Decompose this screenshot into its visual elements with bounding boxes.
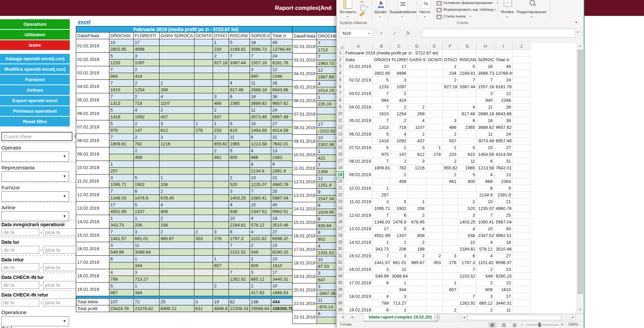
drag-handle-icon[interactable]: ⋮ [374, 28, 378, 33]
sheet-cell[interactable]: 6 [458, 117, 477, 124]
row-header-19[interactable]: 19 [337, 171, 344, 178]
column-header-G[interactable]: G [458, 43, 477, 50]
sheet-cell[interactable]: 21 [494, 198, 513, 205]
sheet-cell[interactable]: 1235.07 [477, 205, 494, 212]
sheet-cell[interactable]: 1 [443, 144, 458, 151]
select-all-corner[interactable] [337, 43, 344, 50]
sheet-cell[interactable] [344, 138, 373, 144]
select-reprezentanta[interactable]: ▼ [1, 171, 69, 182]
row-header-37[interactable]: 37 [337, 293, 344, 300]
sheet-cell[interactable] [344, 124, 373, 131]
sheet-cell[interactable]: 2 [477, 280, 494, 286]
sheet-cell[interactable] [513, 280, 530, 286]
sheet-cell[interactable]: 2347.52 [477, 232, 494, 239]
sheet-cell[interactable] [458, 97, 477, 104]
sheet-cell[interactable] [443, 293, 458, 300]
sheet-cell[interactable]: 2 [426, 253, 443, 259]
sheet-cell[interactable] [513, 84, 530, 90]
sheet-cell[interactable] [513, 286, 530, 293]
sheet-cell[interactable]: 3 [373, 266, 390, 273]
sheet-cell[interactable]: 2 [390, 117, 408, 124]
sheet-cell[interactable]: 549 [477, 273, 494, 280]
vertical-scroll-thumb[interactable] [578, 50, 583, 294]
sheet-cell[interactable]: 4960.78 [494, 205, 513, 212]
alignment-group-button[interactable]: Выравнивание ▾ [390, 0, 415, 20]
sheet-cell[interactable]: 424 [390, 97, 408, 104]
number-group-button[interactable]: % Число ▾ [418, 0, 433, 20]
sidebar-button-utilizatori[interactable]: Utilizatori [0, 30, 70, 40]
sheet-cell[interactable]: 16.02.2019 [344, 266, 373, 273]
sheet-cell[interactable]: 718 [390, 124, 408, 131]
sheet-cell[interactable]: 6290.15 [494, 273, 513, 280]
sheet-cell[interactable]: 3 [390, 77, 408, 84]
sheet-cell[interactable]: 1454.59 [477, 151, 494, 158]
sheet-cell[interactable]: 3566.73 [477, 70, 494, 77]
sheet-cell[interactable] [408, 77, 426, 84]
row-header-24[interactable]: 24 [337, 205, 344, 212]
sheet-cell[interactable]: 1107 [408, 124, 426, 131]
sheet-cell[interactable]: 38 [494, 117, 513, 124]
sheet-cell[interactable]: 17 [390, 63, 408, 70]
prev-sheet-icon[interactable]: ◀ [341, 315, 344, 319]
sheet-cell[interactable] [344, 246, 373, 253]
sheet-cell[interactable]: 206 [390, 246, 408, 253]
column-header-I[interactable]: I [494, 43, 513, 50]
sheet-cell[interactable]: 11 [494, 307, 513, 313]
column-header-C[interactable]: C [390, 43, 408, 50]
sheet-cell[interactable]: 2 [390, 104, 408, 111]
sheet-cell[interactable]: 05.02.2019 [344, 117, 373, 124]
row-header-15[interactable]: 15 [337, 144, 344, 151]
sheet-cell[interactable]: 343.73 [373, 246, 390, 253]
sheet-cell[interactable] [373, 171, 390, 178]
sheet-cell[interactable]: 198 [408, 246, 426, 253]
row-header-10[interactable]: 10 [337, 111, 344, 117]
sheet-cell[interactable]: DROCHIA [373, 56, 390, 63]
sheet-cell[interactable]: 3 [477, 90, 494, 97]
sheet-cell[interactable]: 2 [390, 144, 408, 151]
sheet-cell[interactable]: Total zi [494, 56, 513, 63]
sheet-cell[interactable] [344, 273, 373, 280]
sheet-cell[interactable] [513, 178, 530, 185]
sheet-cell[interactable] [513, 219, 530, 226]
sheet-cell[interactable] [443, 90, 458, 97]
sheet-cell[interactable] [408, 171, 426, 178]
sheet-cell[interactable]: 18.02.2019 [344, 293, 373, 300]
sheet-cell[interactable]: 02.02.2019 [344, 77, 373, 84]
sheet-cell[interactable] [426, 111, 443, 117]
row-header-13[interactable]: 13 [337, 131, 344, 138]
sheet-cell[interactable] [458, 138, 477, 144]
row-header-39[interactable]: 39 [337, 307, 344, 313]
scroll-left-icon[interactable]: ◀ [461, 315, 467, 320]
format-painter-icon[interactable] [360, 11, 365, 17]
select-furnizor[interactable]: ▼ [1, 191, 69, 202]
sheet-cell[interactable]: 1965 [458, 165, 477, 171]
row-header-5[interactable]: 5 [337, 77, 344, 84]
sheet-cell[interactable]: 6596.37 [494, 259, 513, 266]
sheet-cell[interactable]: 5 [373, 131, 390, 138]
sheet-cell[interactable]: 4 [408, 226, 426, 232]
sheet-cell[interactable]: 1476.9 [390, 219, 408, 226]
paste-button[interactable]: Вставить ▾ [339, 0, 358, 20]
sheet-cell[interactable]: 3367.44 [458, 84, 477, 90]
sheet-cell[interactable]: OTACI [443, 56, 458, 63]
sheet-cell[interactable]: 7 [373, 158, 390, 165]
sheet-cell[interactable]: 7 [373, 90, 390, 97]
sheet-cell[interactable]: 24 [494, 131, 513, 138]
row-header-28[interactable]: 28 [337, 232, 344, 239]
sheet-cell[interactable]: 6 [373, 280, 390, 286]
sheet-cell[interactable]: 5 [458, 171, 477, 178]
sheet-cell[interactable] [443, 219, 458, 226]
sheet-cell[interactable]: 31 [494, 158, 513, 165]
sheet-cell[interactable]: 5987.04 [494, 219, 513, 226]
sheet-cell[interactable]: 3 [373, 198, 390, 205]
sheet-cell[interactable]: 1610 [494, 286, 513, 293]
date-to-input[interactable] [43, 281, 77, 289]
sheet-cell[interactable] [513, 151, 530, 158]
sheet-cell[interactable]: 549.99 [373, 273, 390, 280]
sheet-cell[interactable] [344, 192, 373, 198]
sheet-cell[interactable]: 7 [373, 117, 390, 124]
sheet-cell[interactable]: 4 [408, 117, 426, 124]
sheet-cell[interactable]: 520 [458, 205, 477, 212]
sidebar-button-export-operatii-excel[interactable]: Export operatii excel [0, 96, 70, 106]
sheet-cell[interactable]: 937 [443, 138, 458, 144]
